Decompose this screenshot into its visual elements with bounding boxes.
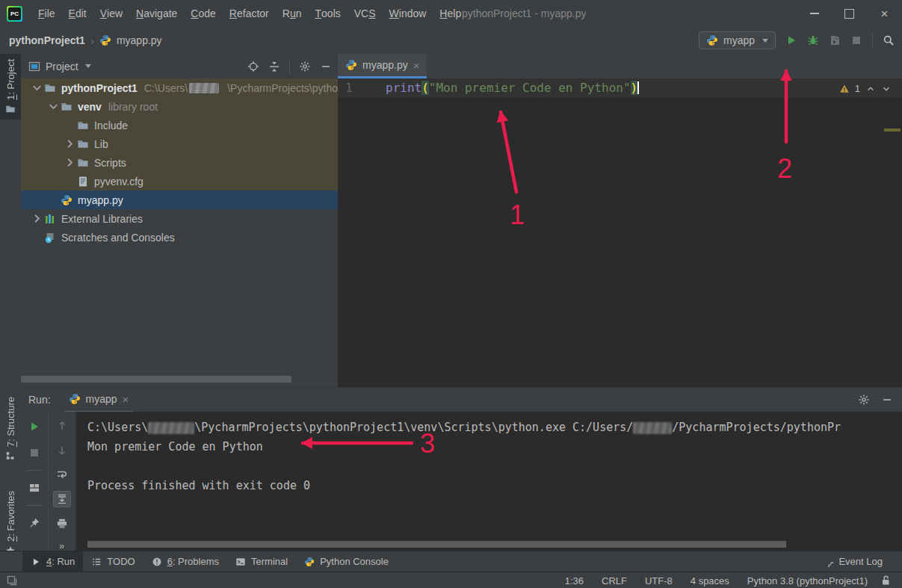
project-panel-title[interactable]: Project <box>46 61 78 72</box>
tree-item-pyvenv-cfg[interactable]: pyvenv.cfg <box>21 172 338 191</box>
arrow-down-button[interactable] <box>53 442 71 459</box>
menu-edit[interactable]: Edit <box>62 0 93 27</box>
menu-view[interactable]: View <box>93 0 129 27</box>
layout-button[interactable] <box>25 479 43 497</box>
tree-item-myapp-py[interactable]: myapp.py <box>21 191 338 209</box>
console-line-4: Process finished with exit code 0 <box>87 476 902 495</box>
menu-run[interactable]: Run <box>276 0 309 27</box>
run-console[interactable]: C:\Users\\PycharmProjects\pythonProject1… <box>75 412 902 551</box>
toolwindow-button-4-run[interactable]: 4: Run <box>22 551 83 572</box>
select-opened-file-button[interactable] <box>247 61 259 72</box>
menu-code[interactable]: Code <box>184 0 222 27</box>
arrow-up-button[interactable] <box>53 418 71 434</box>
window-controls: × <box>797 0 902 27</box>
rerun-button[interactable] <box>25 418 43 436</box>
sidebar-item-structure[interactable]: 7: Structure <box>0 392 21 466</box>
tree-item-pythonproject1[interactable]: pythonProject1C:\Users\\PycharmProjects\… <box>21 78 338 97</box>
event-log-button[interactable]: Event Log <box>821 551 883 572</box>
run-configuration-select[interactable]: myapp <box>699 31 776 49</box>
breadcrumb-project[interactable]: pythonProject1 <box>9 34 85 46</box>
status-widget-1-36[interactable]: 1:36 <box>565 575 584 587</box>
tree-item-include[interactable]: Include <box>21 116 338 134</box>
terminal-icon <box>235 557 246 567</box>
console-line-2: Mon premier Code en Python <box>87 437 902 457</box>
tree-item-label: Lib <box>94 138 108 150</box>
menu-window[interactable]: Window <box>383 0 433 27</box>
inspection-widget[interactable]: 1 <box>839 83 892 94</box>
menu-refactor[interactable]: Refactor <box>223 0 276 27</box>
chevron-down-icon[interactable] <box>30 82 44 94</box>
close-icon[interactable]: × <box>123 394 129 405</box>
run-arrow-icon <box>31 557 41 567</box>
status-widget-crlf[interactable]: CRLF <box>602 575 627 587</box>
editor-body[interactable]: 1 print("Mon premier Code en Python") 1 <box>338 78 902 387</box>
stop-button[interactable] <box>850 34 862 46</box>
tree-item-scratches-and-consoles[interactable]: Scratches and Consoles <box>21 228 338 247</box>
run-button[interactable] <box>785 34 797 46</box>
hide-tool-window-button[interactable] <box>320 61 332 72</box>
printer-button[interactable] <box>53 516 71 532</box>
tree-item-scripts[interactable]: Scripts <box>21 153 338 172</box>
tab-myapp-py[interactable]: myapp.py × <box>338 54 427 78</box>
status-widget-python-3-8-pythonproject1[interactable]: Python 3.8 (pythonProject1) <box>747 575 868 587</box>
menu-tools[interactable]: Tools <box>309 0 347 27</box>
editor-tab-label: myapp.py <box>362 59 408 71</box>
chevron-right-icon[interactable] <box>63 138 77 150</box>
scrollend-button[interactable] <box>53 491 71 507</box>
tree-item-label: pyvenv.cfg <box>94 176 143 188</box>
gear-icon[interactable] <box>858 394 870 406</box>
pin-button[interactable] <box>25 514 43 532</box>
breadcrumb-file[interactable]: myapp.py <box>117 34 162 46</box>
next-warning-button[interactable] <box>881 84 892 94</box>
toolbar-divider <box>872 33 873 48</box>
line-number: 1 <box>338 78 375 98</box>
python-file-icon <box>69 393 81 405</box>
tool-window-switcher-icon[interactable] <box>6 575 18 587</box>
tree-item-label: myapp.py <box>78 194 123 206</box>
run-tab-myapp[interactable]: myapp × <box>64 387 134 412</box>
chevron-right-icon[interactable] <box>63 157 77 169</box>
hide-tool-window-button[interactable] <box>881 394 893 406</box>
horizontal-scrollbar[interactable] <box>87 541 786 548</box>
toolbar-divider <box>26 505 43 506</box>
chevron-right-icon[interactable] <box>30 213 44 225</box>
more-actions-button[interactable]: » <box>59 540 65 551</box>
gear-icon[interactable] <box>299 61 311 72</box>
maximize-button[interactable] <box>832 0 867 27</box>
toolwindow-button-todo[interactable]: TODO <box>83 551 143 572</box>
minimize-button[interactable] <box>797 0 832 27</box>
toolwindow-button-6-problems[interactable]: 6: Problems <box>143 551 227 572</box>
tree-item-external-libraries[interactable]: External Libraries <box>21 209 338 228</box>
toolwindow-button-label: 4: Run <box>46 556 75 567</box>
menu-vcs[interactable]: VCS <box>347 0 383 27</box>
collapse-all-button[interactable] <box>268 61 280 72</box>
scratches-icon <box>44 232 56 244</box>
status-widget-4-spaces[interactable]: 4 spaces <box>691 575 729 587</box>
toolbar-divider <box>289 59 290 74</box>
tree-item-label: pythonProject1 <box>61 82 138 94</box>
horizontal-scrollbar[interactable] <box>21 376 291 383</box>
sidebar-item-project[interactable]: 1: Project <box>0 54 21 120</box>
softwrap-button[interactable] <box>53 467 71 483</box>
lock-icon[interactable] <box>880 575 892 587</box>
debug-button[interactable] <box>807 34 819 46</box>
search-everywhere-button[interactable] <box>883 34 895 46</box>
sidebar-item-favorites[interactable]: 2: Favorites <box>0 486 21 561</box>
menu-file[interactable]: File <box>31 0 62 27</box>
close-icon[interactable]: × <box>413 60 420 71</box>
chevron-down-icon[interactable] <box>46 101 61 113</box>
tree-item-lib[interactable]: Lib <box>21 134 338 153</box>
tree-item-venv[interactable]: venvlibrary root <box>21 97 338 116</box>
prev-warning-button[interactable] <box>865 84 876 94</box>
pycharm-logo-icon: PC <box>7 6 22 22</box>
menu-navigate[interactable]: Navigate <box>129 0 184 27</box>
folder-icon <box>77 120 89 131</box>
project-tree: pythonProject1C:\Users\\PycharmProjects\… <box>21 78 338 247</box>
toolwindow-button-terminal[interactable]: Terminal <box>227 551 296 572</box>
toolwindow-button-python-console[interactable]: Python Console <box>296 551 397 572</box>
close-button[interactable]: × <box>867 0 902 27</box>
run-with-coverage-button[interactable] <box>829 34 841 46</box>
status-widget-utf-8[interactable]: UTF-8 <box>645 575 673 587</box>
warning-stripe-mark[interactable] <box>884 129 901 131</box>
stop-button[interactable] <box>25 444 43 462</box>
